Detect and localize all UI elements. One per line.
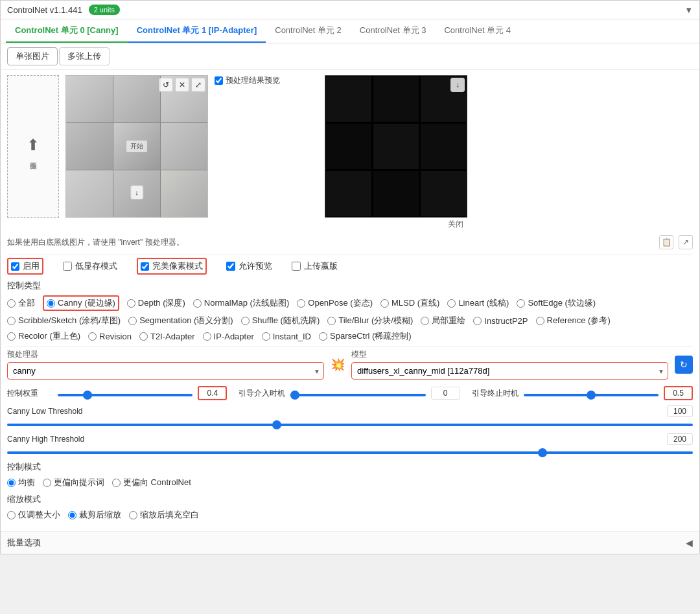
crop-resize-label[interactable]: 裁剪后缩放 [79,509,121,521]
sub-tab-multi[interactable]: 多张上传 [59,47,110,65]
ctrl-type-scribble-radio[interactable] [7,317,16,325]
mode-prompt-label[interactable]: 更偏向提示词 [54,477,104,488]
allow-preview-label[interactable]: 允许预览 [239,260,272,272]
ctrl-type-seg-label[interactable]: Segmentation (语义分割) [139,315,233,326]
ctrl-type-instant-id-label[interactable]: Instant_ID [273,332,311,341]
ctrl-type-canny-label[interactable]: Canny (硬边缘) [58,297,115,309]
mode-prompt-radio[interactable] [43,479,51,487]
reset-btn[interactable]: ↺ [159,78,173,92]
ctrl-type-revision-label[interactable]: Revision [99,332,132,341]
model-select[interactable]: diffusers_xl_canny_mid [112a778d] [351,362,668,380]
resize-only-label[interactable]: 仅调整大小 [18,509,60,521]
ctrl-type-p2p-label[interactable]: InstructP2P [484,316,528,326]
mode-controlnet-radio[interactable] [112,479,121,487]
ctrl-type-lineart-radio[interactable] [447,299,456,308]
control-weight-value[interactable]: 0.4 [198,386,227,400]
ctrl-type-reference-radio[interactable] [536,317,544,325]
ctrl-type-depth-label[interactable]: Depth (深度) [138,297,185,309]
download-output-btn[interactable]: ↓ [450,78,465,92]
low-memory-checkbox[interactable] [63,262,72,271]
ctrl-type-local-label[interactable]: 局部重绘 [432,315,465,326]
ctrl-type-ip-adapter: IP-Adapter [203,332,254,341]
ctrl-type-shuffle-radio[interactable] [241,317,250,325]
tab-unit4[interactable]: ControlNet 单元 4 [435,19,520,43]
canny-high-value[interactable]: 200 [667,433,693,445]
tab-unit2[interactable]: ControlNet 单元 2 [266,19,351,43]
ctrl-type-t2i-label[interactable]: T2I-Adapter [150,332,195,341]
ctrl-type-canny-radio[interactable] [47,299,55,308]
tab-unit1[interactable]: ControlNet 单元 1 [IP-Adapter] [128,19,266,43]
ctrl-type-openpose-label[interactable]: OpenPose (姿态) [308,297,373,309]
ctrl-type-all-radio[interactable] [7,299,16,308]
close-button[interactable]: 关闭 [444,218,467,230]
ctrl-type-local-radio[interactable] [421,317,429,325]
upload-independent-checkbox[interactable] [292,262,301,271]
guidance-start-slider[interactable] [290,394,425,396]
upload-independent-label[interactable]: 上传嬴版 [304,260,338,272]
ctrl-type-revision-radio[interactable] [88,332,97,341]
crop-resize-radio[interactable] [68,511,76,519]
preview-checkbox[interactable] [215,76,223,85]
mode-balanced-label[interactable]: 均衡 [18,477,35,488]
ctrl-type-depth-radio[interactable] [127,299,135,308]
ctrl-type-ip-adapter-radio[interactable] [203,332,211,341]
ctrl-type-recolor-radio[interactable] [7,332,16,341]
pixel-perfect-checkbox[interactable] [141,262,149,271]
guidance-start-value[interactable]: 0 [431,387,460,400]
control-weight-slider[interactable] [58,394,192,396]
canny-low-slider[interactable] [7,424,693,426]
expand-btn[interactable]: ⤢ [191,78,205,92]
tab-unit0[interactable]: ControlNet 单元 0 [Canny] [6,19,128,43]
ctrl-type-seg-radio[interactable] [128,317,137,325]
ctrl-type-scribble-label[interactable]: Scribble/Sketch (涂鸦/草图) [18,315,121,326]
face-cell-4 [66,123,113,170]
sub-tab-single[interactable]: 单张图片 [7,47,58,65]
ctrl-type-tile-radio[interactable] [327,317,336,325]
remove-btn[interactable]: ✕ [175,78,189,92]
ctrl-type-normalmap-label[interactable]: NormalMap (法线贴图) [204,297,289,309]
ctrl-type-mlsd-radio[interactable] [380,299,389,308]
collapse-button[interactable]: ▼ [684,5,693,15]
ctrl-type-softedge-radio[interactable] [517,299,525,308]
ctrl-type-lineart-label[interactable]: Lineart (线稿) [458,297,509,309]
download-preview-btn[interactable]: ↓ [130,185,143,199]
low-memory-label[interactable]: 低显存模式 [75,260,117,272]
ctrl-type-instant-id-radio[interactable] [262,332,270,341]
reload-model-button[interactable]: ↻ [675,356,693,374]
ctrl-type-sparse-label[interactable]: SparseCtrl (稀疏控制) [330,330,412,342]
canny-high-slider[interactable] [7,451,693,454]
image-upload-area[interactable]: ⬆ 图像 [7,75,59,218]
tab-unit3[interactable]: ControlNet 单元 3 [351,19,436,43]
allow-preview-checkbox[interactable] [226,262,235,271]
guidance-end-value[interactable]: 0.5 [664,386,693,400]
ctrl-type-t2i-radio[interactable] [139,332,148,341]
ctrl-type-mlsd-label[interactable]: MLSD (直线) [391,297,439,309]
resize-only-radio[interactable] [7,511,16,519]
batch-options-section[interactable]: 批量选项 ◀ [1,531,699,554]
ctrl-type-recolor-label[interactable]: Recolor (重上色) [18,330,80,342]
resize-fill-label[interactable]: 缩放后填充空白 [140,509,199,521]
mode-balanced-radio[interactable] [7,479,16,487]
ctrl-type-all-label[interactable]: 全部 [18,297,35,309]
ctrl-type-p2p-radio[interactable] [473,317,482,325]
ctrl-type-normalmap-radio[interactable] [193,299,202,308]
guidance-end-slider[interactable] [524,394,659,396]
ctrl-type-softedge-label[interactable]: SoftEdge (软边缘) [528,297,596,309]
app-title: ControlNet v1.1.441 [7,5,82,15]
ctrl-type-shuffle-label[interactable]: Shuffle (随机洗牌) [252,315,320,326]
ctrl-type-openpose-radio[interactable] [297,299,305,308]
mode-controlnet-label[interactable]: 更偏向 ControlNet [123,477,191,488]
ctrl-type-ip-adapter-label[interactable]: IP-Adapter [214,332,254,341]
copy-icon[interactable]: 📋 [659,235,673,249]
resize-fill-radio[interactable] [129,511,137,519]
enable-label[interactable]: 启用 [23,260,40,272]
canny-low-value[interactable]: 100 [667,405,693,417]
preview-label[interactable]: 预处理结果预览 [226,75,280,86]
ctrl-type-sparse-radio[interactable] [319,332,327,341]
preprocessor-select[interactable]: canny [7,362,324,380]
enable-checkbox[interactable] [11,262,19,271]
pixel-perfect-label[interactable]: 完美像素模式 [152,260,203,272]
arrow-icon[interactable]: ↗ [679,235,693,249]
ctrl-type-reference-label[interactable]: Reference (参考) [547,315,611,326]
ctrl-type-tile-label[interactable]: Tile/Blur (分块/模糊) [338,315,413,326]
